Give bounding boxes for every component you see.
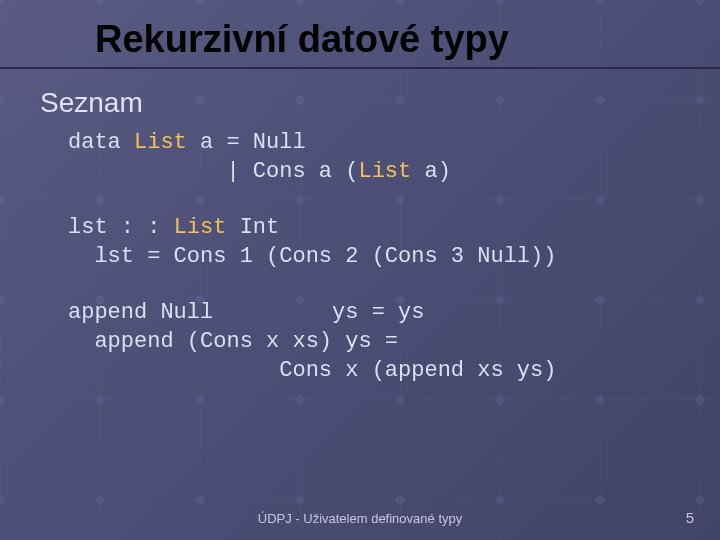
title-wrap: Rekurzivní datové typy: [0, 0, 720, 69]
code-text: lst = Cons 1 (Cons 2 (Cons 3 Null)): [68, 244, 556, 269]
code-block-append: append Null ys = ys append (Cons x xs) y…: [68, 299, 680, 385]
code-keyword: List: [174, 215, 227, 240]
page-number: 5: [686, 509, 694, 526]
slide-title: Rekurzivní datové typy: [95, 18, 720, 61]
code-text: data: [68, 130, 134, 155]
code-text: a = Null: [187, 130, 306, 155]
code-text: Cons x (append xs ys): [68, 358, 556, 383]
code-text: append (Cons x xs) ys =: [68, 329, 398, 354]
code-keyword: List: [134, 130, 187, 155]
section-heading: Seznam: [40, 87, 680, 119]
slide-body: Seznam data List a = Null | Cons a (List…: [0, 69, 720, 385]
slide: Rekurzivní datové typy Seznam data List …: [0, 0, 720, 540]
code-text: | Cons a (: [68, 159, 358, 184]
code-text: a): [411, 159, 451, 184]
code-keyword: List: [358, 159, 411, 184]
code-text: Int: [226, 215, 279, 240]
footer-text: ÚDPJ - Uživatelem definované typy: [0, 511, 720, 526]
code-text: append Null ys = ys: [68, 300, 424, 325]
code-block-lst: lst : : List Int lst = Cons 1 (Cons 2 (C…: [68, 214, 680, 271]
code-text: lst : :: [68, 215, 174, 240]
code-block-datatype: data List a = Null | Cons a (List a): [68, 129, 680, 186]
